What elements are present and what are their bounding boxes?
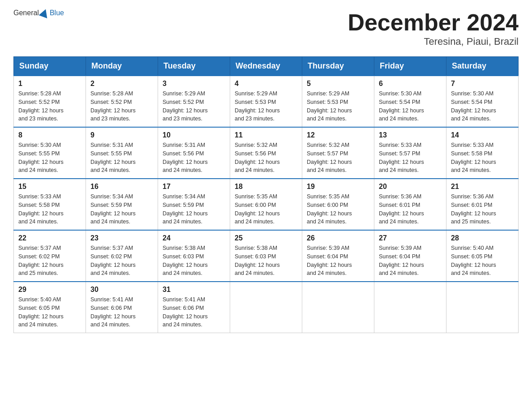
day-number: 8 [18,131,81,139]
day-info: Sunrise: 5:29 AM Sunset: 5:53 PM Dayligh… [235,90,297,123]
table-row: 9 Sunrise: 5:31 AM Sunset: 5:55 PM Dayli… [86,127,158,179]
logo-blue-text: Blue [50,9,64,17]
table-row: 4 Sunrise: 5:29 AM Sunset: 5:53 PM Dayli… [230,76,302,127]
day-info: Sunrise: 5:39 AM Sunset: 6:04 PM Dayligh… [307,244,369,278]
table-row: 27 Sunrise: 5:39 AM Sunset: 6:04 PM Dayl… [374,230,446,282]
day-info: Sunrise: 5:32 AM Sunset: 5:56 PM Dayligh… [235,141,297,175]
table-row: 10 Sunrise: 5:31 AM Sunset: 5:56 PM Dayl… [158,127,230,179]
table-row: 14 Sunrise: 5:33 AM Sunset: 5:58 PM Dayl… [446,127,519,179]
day-number: 15 [18,183,81,191]
header-wednesday: Wednesday [230,57,302,76]
day-info: Sunrise: 5:35 AM Sunset: 6:00 PM Dayligh… [307,193,369,226]
table-row: 29 Sunrise: 5:40 AM Sunset: 6:05 PM Dayl… [14,282,86,333]
day-number: 4 [235,80,297,88]
day-info: Sunrise: 5:37 AM Sunset: 6:02 PM Dayligh… [18,244,81,278]
title-area: December 2024 Teresina, Piaui, Brazil [348,9,519,47]
day-info: Sunrise: 5:32 AM Sunset: 5:57 PM Dayligh… [307,141,369,175]
day-info: Sunrise: 5:28 AM Sunset: 5:52 PM Dayligh… [18,90,81,123]
day-info: Sunrise: 5:28 AM Sunset: 5:52 PM Dayligh… [90,90,153,123]
header-friday: Friday [374,57,446,76]
day-number: 7 [451,80,514,88]
table-row: 11 Sunrise: 5:32 AM Sunset: 5:56 PM Dayl… [230,127,302,179]
day-info: Sunrise: 5:33 AM Sunset: 5:58 PM Dayligh… [18,193,81,226]
table-row: 22 Sunrise: 5:37 AM Sunset: 6:02 PM Dayl… [14,230,86,282]
day-info: Sunrise: 5:39 AM Sunset: 6:04 PM Dayligh… [379,244,442,278]
day-info: Sunrise: 5:30 AM Sunset: 5:55 PM Dayligh… [18,141,81,175]
calendar-week-row: 15 Sunrise: 5:33 AM Sunset: 5:58 PM Dayl… [14,179,519,230]
day-number: 30 [90,286,153,294]
day-number: 16 [90,183,153,191]
month-title: December 2024 [348,9,519,36]
day-info: Sunrise: 5:38 AM Sunset: 6:03 PM Dayligh… [163,244,225,278]
page-header: General Blue December 2024 Teresina, Pia… [13,9,519,47]
day-number: 18 [235,183,297,191]
table-row: 6 Sunrise: 5:30 AM Sunset: 5:54 PM Dayli… [374,76,446,127]
table-row: 30 Sunrise: 5:41 AM Sunset: 6:06 PM Dayl… [86,282,158,333]
table-row: 25 Sunrise: 5:38 AM Sunset: 6:03 PM Dayl… [230,230,302,282]
day-info: Sunrise: 5:30 AM Sunset: 5:54 PM Dayligh… [451,90,514,123]
table-row: 31 Sunrise: 5:41 AM Sunset: 6:06 PM Dayl… [158,282,230,333]
header-thursday: Thursday [302,57,374,76]
day-info: Sunrise: 5:33 AM Sunset: 5:58 PM Dayligh… [451,141,514,175]
day-info: Sunrise: 5:41 AM Sunset: 6:06 PM Dayligh… [163,295,225,329]
day-info: Sunrise: 5:34 AM Sunset: 5:59 PM Dayligh… [90,193,153,226]
table-row: 23 Sunrise: 5:37 AM Sunset: 6:02 PM Dayl… [86,230,158,282]
day-number: 10 [163,131,225,139]
location-title: Teresina, Piaui, Brazil [348,36,519,47]
day-info: Sunrise: 5:29 AM Sunset: 5:53 PM Dayligh… [307,90,369,123]
day-number: 6 [379,80,442,88]
day-number: 5 [307,80,369,88]
day-number: 19 [307,183,369,191]
day-info: Sunrise: 5:40 AM Sunset: 6:05 PM Dayligh… [451,244,514,278]
day-info: Sunrise: 5:35 AM Sunset: 6:00 PM Dayligh… [235,193,297,226]
day-number: 11 [235,131,297,139]
day-info: Sunrise: 5:40 AM Sunset: 6:05 PM Dayligh… [18,295,81,329]
table-row: 5 Sunrise: 5:29 AM Sunset: 5:53 PM Dayli… [302,76,374,127]
day-number: 13 [379,131,442,139]
day-number: 23 [90,234,153,242]
day-number: 28 [451,234,514,242]
header-saturday: Saturday [446,57,519,76]
table-row [374,282,446,333]
day-number: 1 [18,80,81,88]
table-row: 1 Sunrise: 5:28 AM Sunset: 5:52 PM Dayli… [14,76,86,127]
table-row: 7 Sunrise: 5:30 AM Sunset: 5:54 PM Dayli… [446,76,519,127]
day-info: Sunrise: 5:31 AM Sunset: 5:56 PM Dayligh… [163,141,225,175]
table-row: 12 Sunrise: 5:32 AM Sunset: 5:57 PM Dayl… [302,127,374,179]
table-row: 2 Sunrise: 5:28 AM Sunset: 5:52 PM Dayli… [86,76,158,127]
table-row: 18 Sunrise: 5:35 AM Sunset: 6:00 PM Dayl… [230,179,302,230]
table-row: 3 Sunrise: 5:29 AM Sunset: 5:52 PM Dayli… [158,76,230,127]
day-info: Sunrise: 5:36 AM Sunset: 6:01 PM Dayligh… [379,193,442,226]
day-number: 14 [451,131,514,139]
day-number: 25 [235,234,297,242]
day-number: 26 [307,234,369,242]
day-number: 20 [379,183,442,191]
calendar-week-row: 22 Sunrise: 5:37 AM Sunset: 6:02 PM Dayl… [14,230,519,282]
day-info: Sunrise: 5:41 AM Sunset: 6:06 PM Dayligh… [90,295,153,329]
calendar-table: Sunday Monday Tuesday Wednesday Thursday… [13,56,519,333]
day-number: 2 [90,80,153,88]
logo-general-text: General [13,9,39,17]
day-number: 22 [18,234,81,242]
day-number: 3 [163,80,225,88]
table-row: 20 Sunrise: 5:36 AM Sunset: 6:01 PM Dayl… [374,179,446,230]
table-row [302,282,374,333]
day-number: 9 [90,131,153,139]
calendar-week-row: 8 Sunrise: 5:30 AM Sunset: 5:55 PM Dayli… [14,127,519,179]
table-row: 15 Sunrise: 5:33 AM Sunset: 5:58 PM Dayl… [14,179,86,230]
table-row: 21 Sunrise: 5:36 AM Sunset: 6:01 PM Dayl… [446,179,519,230]
day-number: 31 [163,286,225,294]
day-number: 12 [307,131,369,139]
table-row [230,282,302,333]
day-info: Sunrise: 5:31 AM Sunset: 5:55 PM Dayligh… [90,141,153,175]
day-number: 17 [163,183,225,191]
day-number: 24 [163,234,225,242]
header-sunday: Sunday [14,57,86,76]
table-row: 13 Sunrise: 5:33 AM Sunset: 5:57 PM Dayl… [374,127,446,179]
logo-triangle-icon [39,8,50,18]
table-row: 16 Sunrise: 5:34 AM Sunset: 5:59 PM Dayl… [86,179,158,230]
calendar-header-row: Sunday Monday Tuesday Wednesday Thursday… [14,57,519,76]
table-row: 26 Sunrise: 5:39 AM Sunset: 6:04 PM Dayl… [302,230,374,282]
table-row: 17 Sunrise: 5:34 AM Sunset: 5:59 PM Dayl… [158,179,230,230]
table-row: 28 Sunrise: 5:40 AM Sunset: 6:05 PM Dayl… [446,230,519,282]
